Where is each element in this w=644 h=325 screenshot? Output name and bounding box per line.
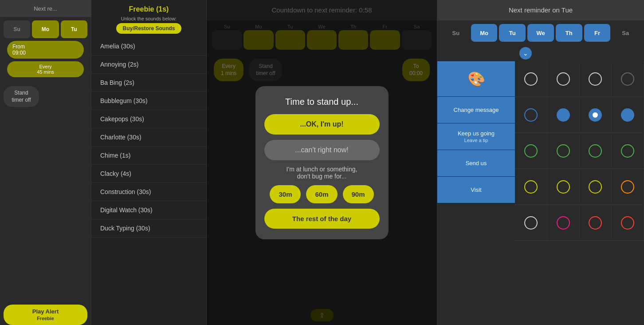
radio-dark-1[interactable] (621, 72, 634, 86)
sound-construction[interactable]: Construction (30s) (91, 183, 206, 201)
right-col-left: 🎨 Change message Keep us going Leave a t… (437, 61, 515, 325)
right-col-right (515, 61, 644, 325)
radio-cell-r3c3 (580, 133, 612, 169)
keep-us-going-button[interactable]: Keep us going Leave a tip (437, 123, 515, 150)
radio-green-4[interactable] (621, 144, 634, 158)
modal-time-row: 30m 60m 90m (270, 185, 373, 203)
radio-cell-r5c2 (547, 205, 580, 241)
radio-cell-r3c2 (547, 133, 580, 169)
chevron-down-button[interactable]: ⌄ (519, 47, 532, 59)
right-header-text: Next reminder on Tue (509, 6, 573, 14)
sound-charlotte[interactable]: Charlotte (30s) (91, 128, 206, 147)
radio-cell-r3c4 (612, 133, 644, 169)
right-calendar-row: Su Mo Tu We Th Fr Sa (437, 20, 644, 45)
radio-cell-r3c1 (515, 133, 547, 169)
from-button-left[interactable]: From09:00 (7, 41, 84, 59)
radio-white-3[interactable] (589, 72, 602, 86)
radio-red-1[interactable] (589, 216, 602, 230)
radio-cell-r2c4 (612, 97, 644, 133)
right-day-th[interactable]: Th (556, 24, 582, 42)
modal-30m-button[interactable]: 30m (270, 185, 301, 203)
right-day-mo[interactable]: Mo (471, 24, 498, 42)
day-tu-left[interactable]: Tu (61, 20, 87, 38)
radio-green-3[interactable] (589, 144, 602, 158)
radio-cell-r4c4 (612, 169, 644, 205)
radio-yellow-2[interactable] (557, 180, 570, 194)
radio-cell-r4c2 (547, 169, 580, 205)
radio-blue-3[interactable] (589, 108, 602, 122)
sounds-header: Freebie (1s) Unlock the sounds below: Bu… (91, 0, 206, 37)
radio-cell-r4c3 (580, 169, 612, 205)
right-content: 🎨 Change message Keep us going Leave a t… (437, 61, 644, 325)
radio-cell-r1c4 (612, 61, 644, 97)
modal-cant-button[interactable]: ...can't right now! (264, 140, 380, 160)
radio-white-1[interactable] (524, 72, 538, 86)
day-su-left[interactable]: Su (4, 20, 30, 38)
radio-cell-r5c3 (580, 205, 612, 241)
sound-amelia[interactable]: Amelia (30s) (91, 37, 206, 55)
sound-chime[interactable]: Chime (1s) (91, 147, 206, 165)
buy-restore-button[interactable]: Buy/Restore Sounds (116, 23, 181, 34)
unlock-text: Unlock the sounds below: (95, 16, 203, 21)
radio-red-2[interactable] (621, 216, 634, 230)
modal-title: Time to stand up... (285, 97, 358, 107)
radio-cell-r2c3 (580, 97, 612, 133)
modal-60m-button[interactable]: 60m (306, 185, 337, 203)
radio-cell-r2c1 (515, 97, 547, 133)
panel-main: Countdown to next reminder: 0:58 Su Mo T… (206, 0, 437, 325)
sound-annoying[interactable]: Annoying (2s) (91, 55, 206, 74)
sound-babling[interactable]: Ba Bing (2s) (91, 74, 206, 92)
radio-cell-r1c3 (580, 61, 612, 97)
right-day-we[interactable]: We (527, 24, 554, 42)
left-calendar: Su Mo Tu From09:00 Every45 mins (0, 17, 91, 83)
radio-cell-r1c2 (547, 61, 580, 97)
sound-bubblegum[interactable]: Bubblegum (30s) (91, 92, 206, 110)
radio-pink-1[interactable] (557, 216, 570, 230)
panel-left: Next re... Su Mo Tu From09:00 Every45 mi… (0, 0, 91, 325)
next-reminder-label: Next re... (34, 5, 57, 12)
radio-row-2 (515, 97, 644, 133)
radio-row-1 (515, 61, 644, 97)
day-mo-left[interactable]: Mo (32, 20, 59, 38)
radio-green-2[interactable] (557, 144, 570, 158)
sound-clacky[interactable]: Clacky (4s) (91, 165, 206, 183)
right-day-su[interactable]: Su (443, 24, 469, 42)
every-button-left[interactable]: Every45 mins (7, 61, 84, 77)
day-row-left: Su Mo Tu (4, 20, 87, 38)
right-header: Next reminder on Tue (437, 0, 644, 20)
radio-blue-1[interactable] (524, 108, 538, 122)
radio-cell-r5c1 (515, 205, 547, 241)
radio-blue-4[interactable] (621, 108, 634, 122)
panel-sounds: Freebie (1s) Unlock the sounds below: Bu… (91, 0, 206, 325)
sound-cakepops[interactable]: Cakepops (30s) (91, 110, 206, 128)
sound-digital-watch[interactable]: Digital Watch (30s) (91, 201, 206, 219)
radio-row-3 (515, 133, 644, 169)
radio-yellow-1[interactable] (524, 180, 538, 194)
freebie-title: Freebie (1s) (95, 5, 203, 13)
radio-yellow-3[interactable] (589, 180, 602, 194)
radio-white-5-1[interactable] (524, 216, 538, 230)
radio-white-2[interactable] (557, 72, 570, 86)
right-day-sa[interactable]: Sa (612, 24, 639, 42)
radio-green-1[interactable] (524, 144, 538, 158)
sound-duck-typing[interactable]: Duck Typing (30s) (91, 219, 206, 238)
paint-palette-icon: 🎨 (467, 71, 485, 87)
radio-blue-2[interactable] (557, 108, 570, 122)
play-alert-button-left[interactable]: Play Alert Freebie (4, 305, 87, 325)
modal-subtitle: I'm at lunch or something,don't bug me f… (287, 166, 357, 180)
right-day-tu[interactable]: Tu (499, 24, 526, 42)
modal-rest-button[interactable]: The rest of the day (264, 209, 380, 229)
modal-overlay: Time to stand up... ...OK, I'm up! ...ca… (207, 0, 437, 325)
radio-row-5 (515, 205, 644, 241)
modal-ok-button[interactable]: ...OK, I'm up! (264, 114, 380, 135)
right-day-fr[interactable]: Fr (584, 24, 611, 42)
radio-orange-1[interactable] (621, 180, 634, 194)
visit-button[interactable]: Visit (437, 177, 515, 203)
radio-cell-r5c4 (612, 205, 644, 241)
send-us-button[interactable]: Send us (437, 150, 515, 177)
radio-cell-r4c1 (515, 169, 547, 205)
modal-90m-button[interactable]: 90m (343, 185, 374, 203)
paint-palette-cell: 🎨 (437, 61, 515, 97)
stand-button-left[interactable]: Stand timer off (4, 86, 39, 107)
change-message-button[interactable]: Change message (437, 97, 515, 123)
